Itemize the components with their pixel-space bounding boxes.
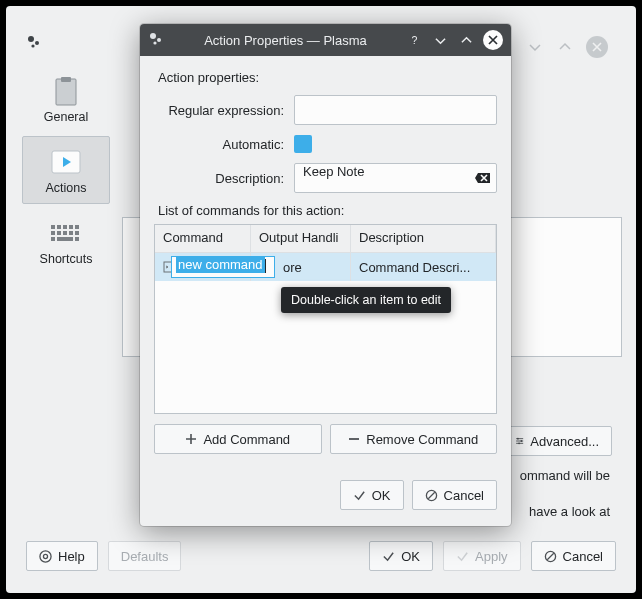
apply-button: Apply bbox=[443, 541, 521, 571]
sidebar: General Actions bbox=[18, 54, 114, 531]
svg-point-26 bbox=[43, 554, 47, 558]
check-icon bbox=[456, 550, 469, 563]
svg-rect-4 bbox=[56, 79, 76, 105]
svg-rect-17 bbox=[69, 231, 73, 235]
minimize-icon[interactable] bbox=[526, 38, 544, 56]
row-description: Description: Keep Note bbox=[154, 163, 497, 193]
ok-button[interactable]: OK bbox=[369, 541, 433, 571]
chevron-up-icon[interactable] bbox=[457, 31, 475, 49]
remove-command-button[interactable]: Remove Command bbox=[330, 424, 498, 454]
sidebar-item-general[interactable]: General bbox=[22, 66, 110, 132]
close-icon[interactable] bbox=[586, 36, 608, 58]
tooltip: Double-click an item to edit bbox=[281, 287, 451, 313]
dialog-heading: Action properties: bbox=[154, 70, 497, 85]
regex-input[interactable] bbox=[294, 95, 497, 125]
close-icon[interactable] bbox=[483, 30, 503, 50]
svg-rect-19 bbox=[51, 237, 55, 241]
add-command-button[interactable]: Add Command bbox=[154, 424, 322, 454]
action-properties-dialog: Action Properties — Plasma ? Action prop… bbox=[140, 24, 511, 526]
svg-line-28 bbox=[547, 553, 554, 560]
sidebar-item-actions[interactable]: Actions bbox=[22, 136, 110, 204]
command-edit-input[interactable]: new command bbox=[171, 256, 275, 278]
svg-point-25 bbox=[40, 550, 51, 561]
svg-line-35 bbox=[428, 492, 435, 499]
svg-rect-9 bbox=[51, 225, 55, 229]
svg-rect-15 bbox=[57, 231, 61, 235]
label-regex: Regular expression: bbox=[154, 103, 284, 118]
label-automatic: Automatic: bbox=[154, 137, 284, 152]
bg-bottom-bar: Help Defaults OK Apply Cancel bbox=[20, 535, 622, 577]
svg-rect-10 bbox=[57, 225, 61, 229]
dialog-titlebar[interactable]: Action Properties — Plasma ? bbox=[140, 24, 511, 56]
ok-button[interactable]: OK bbox=[340, 480, 404, 510]
svg-rect-20 bbox=[57, 237, 73, 241]
check-icon bbox=[382, 550, 395, 563]
help-button[interactable]: Help bbox=[26, 541, 98, 571]
cancel-button[interactable]: Cancel bbox=[412, 480, 497, 510]
dialog-title: Action Properties — Plasma bbox=[174, 33, 397, 48]
prohibit-icon bbox=[544, 550, 557, 563]
svg-point-24 bbox=[518, 442, 520, 444]
commands-table: Command Output Handli Description ore Co… bbox=[154, 224, 497, 414]
table-action-row: Add Command Remove Command bbox=[154, 424, 497, 454]
plasma-icon bbox=[148, 31, 166, 49]
check-icon bbox=[353, 489, 366, 502]
minus-icon bbox=[348, 433, 360, 445]
svg-rect-11 bbox=[63, 225, 67, 229]
help-icon[interactable]: ? bbox=[405, 31, 423, 49]
svg-text:?: ? bbox=[411, 34, 417, 46]
row-automatic: Automatic: bbox=[154, 135, 497, 153]
svg-rect-12 bbox=[69, 225, 73, 229]
cancel-button[interactable]: Cancel bbox=[531, 541, 616, 571]
cell-description[interactable]: Command Descri... bbox=[351, 253, 496, 281]
maximize-icon[interactable] bbox=[556, 38, 574, 56]
svg-point-30 bbox=[157, 38, 161, 42]
svg-point-29 bbox=[150, 33, 156, 39]
svg-rect-16 bbox=[63, 231, 67, 235]
col-output[interactable]: Output Handli bbox=[251, 225, 351, 252]
keyboard-icon bbox=[48, 218, 84, 248]
label-description: Description: bbox=[154, 171, 284, 186]
col-description[interactable]: Description bbox=[351, 225, 496, 252]
lifebuoy-icon bbox=[39, 550, 52, 563]
svg-point-23 bbox=[520, 440, 522, 442]
defaults-button: Defaults bbox=[108, 541, 182, 571]
description-input[interactable]: Keep Note bbox=[294, 163, 497, 193]
svg-rect-21 bbox=[75, 237, 79, 241]
automatic-checkbox[interactable] bbox=[294, 135, 312, 153]
sidebar-item-label: General bbox=[44, 110, 88, 124]
dialog-bottom-buttons: OK Cancel bbox=[154, 480, 497, 510]
svg-point-31 bbox=[153, 41, 156, 44]
plus-icon bbox=[185, 433, 197, 445]
table-header: Command Output Handli Description bbox=[155, 225, 496, 253]
svg-rect-13 bbox=[75, 225, 79, 229]
svg-rect-18 bbox=[75, 231, 79, 235]
svg-rect-5 bbox=[61, 77, 71, 82]
clear-icon[interactable] bbox=[474, 169, 492, 187]
advanced-label: Advanced... bbox=[530, 434, 599, 449]
svg-rect-14 bbox=[51, 231, 55, 235]
sidebar-item-label: Actions bbox=[46, 181, 87, 195]
prohibit-icon bbox=[425, 489, 438, 502]
col-command[interactable]: Command bbox=[155, 225, 251, 252]
sidebar-item-label: Shortcuts bbox=[40, 252, 93, 266]
outer-frame: ? General Actions bbox=[6, 6, 636, 593]
clipboard-icon bbox=[48, 76, 84, 106]
cmd-list-label: List of commands for this action: bbox=[158, 203, 497, 218]
advanced-button[interactable]: Advanced... bbox=[502, 426, 612, 456]
sliders-icon bbox=[515, 434, 524, 448]
actions-icon bbox=[48, 147, 84, 177]
row-regex: Regular expression: bbox=[154, 95, 497, 125]
svg-point-22 bbox=[517, 438, 519, 440]
sidebar-item-shortcuts[interactable]: Shortcuts bbox=[22, 208, 110, 274]
chevron-down-icon[interactable] bbox=[431, 31, 449, 49]
